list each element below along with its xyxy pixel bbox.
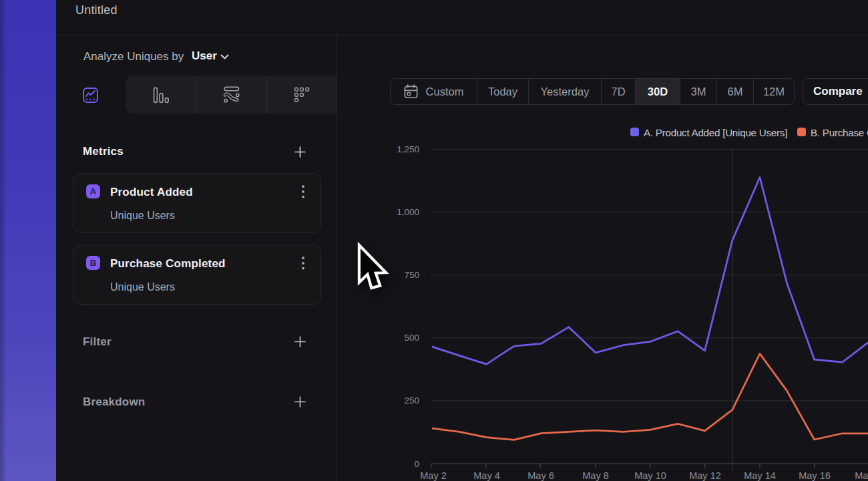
svg-text:250: 250: [404, 395, 419, 406]
svg-text:May 6: May 6: [527, 470, 554, 481]
svg-text:0: 0: [414, 459, 419, 469]
svg-text:May 12: May 12: [689, 470, 721, 481]
svg-text:1,250: 1,250: [397, 144, 419, 154]
svg-text:May 2: May 2: [420, 470, 447, 481]
svg-text:May 8: May 8: [582, 470, 609, 481]
svg-text:May 4: May 4: [473, 470, 500, 481]
svg-text:1,000: 1,000: [397, 207, 419, 217]
svg-text:750: 750: [404, 270, 419, 280]
svg-text:May 16: May 16: [799, 470, 831, 481]
svg-text:500: 500: [404, 333, 419, 343]
svg-text:May 10: May 10: [634, 470, 666, 481]
svg-text:May 18: May 18: [855, 470, 868, 481]
svg-text:May 14: May 14: [744, 470, 776, 481]
